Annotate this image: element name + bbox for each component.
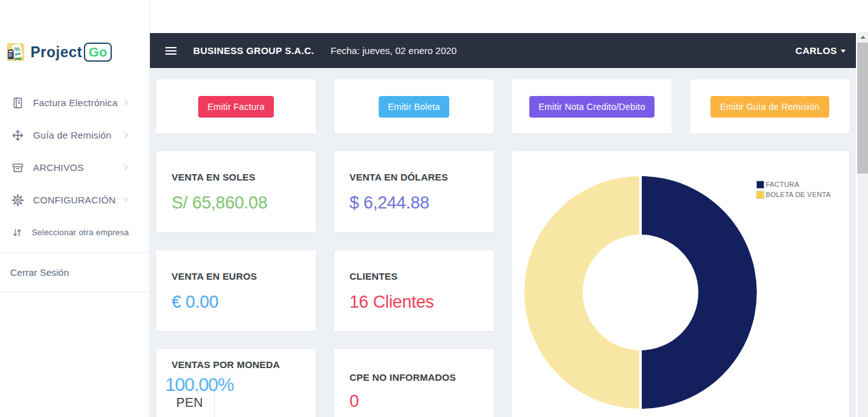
stat-title: VENTA EN DÓLARES	[349, 172, 478, 182]
card-venta-en-dolares: VENTA EN DÓLARES $ 6,244.88	[334, 151, 494, 232]
swap-vertical-icon	[11, 227, 23, 238]
stat-title: VENTAS POR MONEDA	[172, 359, 301, 370]
company-name: BUSINESS GROUP S.A.C.	[193, 45, 314, 56]
sidebar-item-label: ARCHIVOS	[33, 162, 84, 173]
brand-name-primary: Project	[31, 44, 82, 61]
calculator-receipt-logo-icon: %	[6, 42, 25, 62]
sidebar-menu: Factura Electrónica Guía de Remisión ARC…	[0, 86, 150, 249]
legend-label: BOLETA DE VENTA	[766, 191, 831, 198]
sidebar: % Project Go Factura Electrónica	[0, 0, 150, 417]
gear-icon	[11, 194, 24, 207]
sidebar-item-label: Seleccionar otra empresa	[32, 228, 129, 237]
card-donut-chart: FACTURA BOLETA DE VENTA	[512, 151, 849, 417]
scrollbar-thumb[interactable]	[857, 43, 868, 174]
vertical-scrollbar[interactable]	[857, 32, 868, 417]
sidebar-divider	[0, 292, 150, 292]
legend-item-factura[interactable]: FACTURA	[756, 179, 831, 189]
card-venta-en-euros: VENTA EN EUROS € 0.00	[156, 250, 316, 331]
card-emitir-nota: Emitir Nota Credito/Debito	[512, 79, 672, 133]
logout-button[interactable]: Cerrar Sesión	[0, 253, 150, 292]
emitir-factura-button[interactable]: Emitir Factura	[198, 96, 275, 118]
scrollbar-up-arrow[interactable]	[857, 32, 868, 43]
legend-swatch-boleta	[756, 191, 764, 199]
moneda-table-cell: 100.00% PEN	[165, 375, 215, 417]
sidebar-item-seleccionar-otra-empresa[interactable]: Seleccionar otra empresa	[0, 216, 150, 249]
moneda-currency-code: PEN	[165, 395, 214, 410]
stat-title: CPE NO INFORMADOS	[349, 372, 478, 383]
stat-title: VENTA EN EUROS	[172, 271, 301, 282]
chevron-right-icon	[123, 132, 130, 139]
card-clientes: CLIENTES 16 Clientes	[334, 250, 494, 331]
legend-item-boleta[interactable]: BOLETA DE VENTA	[756, 189, 831, 200]
donut-hole	[583, 235, 698, 350]
stat-title: VENTA EN SOLES	[172, 172, 301, 182]
sidebar-item-label: CONFIGURACIÓN	[33, 195, 116, 205]
caret-down-icon	[841, 50, 846, 53]
emitir-guia-remision-button[interactable]: Emitir Guía de Remisión	[710, 96, 829, 118]
chevron-right-icon	[123, 164, 130, 171]
sidebar-item-label: Guía de Remisión	[33, 130, 111, 140]
card-emitir-guia: Emitir Guía de Remisión	[690, 79, 850, 133]
legend-label: FACTURA	[766, 181, 799, 188]
stat-value-soles: S/ 65,860.08	[172, 193, 301, 213]
sidebar-item-label: Factura Electrónica	[33, 97, 118, 108]
donut-chart	[524, 176, 757, 409]
moneda-percent-value: 100.00%	[165, 375, 214, 394]
emitir-boleta-button[interactable]: Emitir Boleta	[379, 96, 450, 118]
move-arrows-icon	[11, 129, 24, 142]
emitir-nota-credito-debito-button[interactable]: Emitir Nota Credito/Debito	[529, 96, 655, 118]
chart-legend: FACTURA BOLETA DE VENTA	[756, 179, 831, 200]
topbar: BUSINESS GROUP S.A.C. Fecha: jueves, 02 …	[150, 33, 856, 68]
archive-box-icon	[11, 161, 24, 174]
brand-name-secondary: Go	[84, 43, 111, 62]
hamburger-menu-icon[interactable]	[165, 47, 177, 55]
card-cpe-no-informados: CPE NO INFORMADOS 0	[334, 349, 494, 417]
card-emitir-factura: Emitir Factura	[156, 79, 316, 133]
sidebar-item-configuracion[interactable]: CONFIGURACIÓN	[0, 184, 150, 216]
user-dropdown[interactable]: CARLOS	[796, 45, 846, 56]
chevron-right-icon	[123, 99, 130, 106]
brand-logo[interactable]: % Project Go	[6, 38, 112, 66]
stat-value-euros: € 0.00	[172, 292, 301, 312]
sidebar-item-guia-de-remision[interactable]: Guía de Remisión	[0, 119, 150, 151]
invoice-book-icon	[11, 97, 24, 109]
legend-swatch-factura	[756, 181, 764, 189]
card-venta-en-soles: VENTA EN SOLES S/ 65,860.08	[156, 151, 316, 232]
card-ventas-por-moneda: VENTAS POR MONEDA 100.00% PEN	[156, 349, 316, 417]
stat-value-cpe: 0	[349, 392, 478, 411]
stat-value-dolares: $ 6,244.88	[349, 193, 478, 213]
chevron-right-icon	[123, 196, 130, 203]
stat-value-clientes: 16 Clientes	[349, 292, 478, 312]
user-name: CARLOS	[796, 45, 837, 56]
date-label: Fecha: jueves, 02 enero 2020	[330, 45, 456, 56]
card-emitir-boleta: Emitir Boleta	[334, 79, 494, 133]
sidebar-item-factura-electronica[interactable]: Factura Electrónica	[0, 86, 150, 119]
sidebar-item-archivos[interactable]: ARCHIVOS	[0, 151, 150, 184]
stat-title: CLIENTES	[349, 271, 478, 282]
